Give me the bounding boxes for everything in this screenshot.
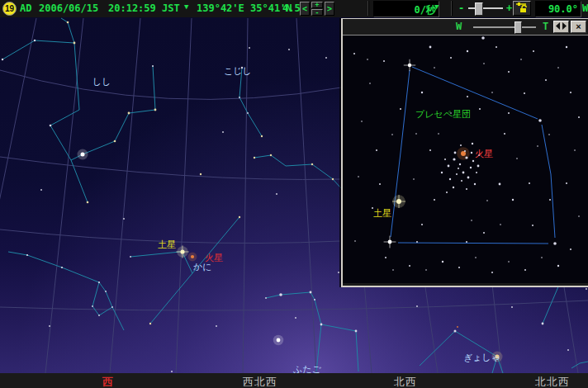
star: [466, 188, 467, 190]
star: [388, 240, 392, 244]
star: [553, 242, 557, 245]
star: [277, 338, 281, 343]
tele-label: T: [543, 21, 548, 32]
star: [154, 109, 157, 111]
star: [114, 140, 116, 143]
label-saturn-inset: 土星: [373, 208, 391, 218]
animation-speed-display: 0/秒: [373, 1, 439, 17]
star: [449, 178, 451, 180]
compass-north-northwest: 北北西: [535, 375, 570, 388]
zoom-slider-thumb[interactable]: [475, 2, 483, 16]
star: [385, 257, 386, 258]
star: [520, 59, 522, 60]
star: [578, 215, 580, 217]
star: [574, 149, 576, 151]
zoom-slider[interactable]: [468, 7, 503, 9]
star: [288, 49, 290, 50]
inset-close-button[interactable]: ×: [571, 21, 586, 33]
star: [123, 218, 125, 220]
compass-bar: 西 西北西 北西 北北西: [0, 373, 588, 388]
inset-header: W T ×: [343, 19, 588, 35]
star: [191, 255, 194, 258]
star: [472, 160, 474, 162]
star: [98, 315, 100, 316]
star: [464, 150, 466, 152]
star: [566, 46, 567, 48]
planetarium-app-window: 19 AD 2006/06/15 20:12:59 JST ▼ 139°42'E…: [0, 0, 588, 388]
star: [50, 125, 52, 127]
zoom-inset-window[interactable]: W T × プレセペ星団火星土星: [341, 18, 588, 287]
star: [408, 64, 411, 67]
zoom-out-label[interactable]: -: [458, 2, 464, 14]
speed-dropdown-icon[interactable]: ▼: [434, 2, 439, 11]
star: [441, 172, 443, 173]
star: [413, 178, 415, 180]
toolbar-separator: [451, 1, 453, 16]
star: [524, 269, 526, 271]
star: [491, 272, 493, 273]
view-lock-button[interactable]: [513, 1, 531, 16]
star: [444, 159, 446, 160]
label-auriga: ぎょしゃ: [463, 353, 500, 362]
star: [508, 261, 510, 263]
star: [434, 67, 435, 69]
star: [491, 92, 493, 93]
star: [465, 156, 467, 159]
star: [276, 193, 277, 195]
step-minus-button[interactable]: -: [311, 9, 323, 16]
star: [247, 112, 249, 114]
star: [467, 177, 470, 179]
star: [457, 326, 458, 328]
inset-map[interactable]: プレセペ星団火星土星: [343, 35, 588, 283]
star: [578, 116, 580, 118]
star: [508, 71, 510, 73]
inset-zoom-slider[interactable]: [473, 26, 536, 28]
inset-canvas: プレセペ星団火星土星: [343, 35, 588, 283]
star: [367, 59, 368, 60]
step-plus-button[interactable]: +: [311, 2, 323, 8]
star: [570, 92, 571, 93]
star: [171, 371, 173, 372]
star: [180, 249, 184, 253]
magnitude-limit-display: 4.5: [282, 2, 301, 14]
step-right-button[interactable]: >: [325, 2, 334, 16]
star: [516, 158, 518, 159]
longitude-display: 139°42'E: [197, 2, 244, 14]
zoom-in-label[interactable]: +: [506, 2, 512, 14]
step-left-button[interactable]: <: [300, 2, 310, 16]
star: [460, 144, 462, 146]
star: [499, 183, 501, 186]
star: [254, 157, 255, 159]
date-dropdown-icon[interactable]: ▼: [184, 2, 188, 11]
star: [376, 149, 377, 151]
star: [369, 83, 371, 84]
inset-resize-button[interactable]: [553, 21, 569, 33]
star: [434, 199, 435, 201]
star: [454, 330, 457, 333]
star: [557, 67, 559, 69]
clipped-label-fragment: W: [582, 2, 588, 14]
star: [2, 59, 3, 60]
label-leo-minor: こじし: [224, 66, 252, 76]
star: [355, 330, 358, 333]
star: [396, 199, 401, 204]
star: [474, 183, 476, 185]
star: [111, 306, 113, 308]
inset-zoom-slider-thumb[interactable]: [514, 21, 522, 34]
star: [239, 216, 240, 218]
star: [453, 158, 455, 160]
star: [429, 46, 432, 49]
day-badge-icon[interactable]: 19: [2, 2, 17, 16]
star: [358, 176, 359, 177]
star: [279, 293, 282, 296]
star: [512, 199, 514, 201]
star: [471, 220, 472, 221]
star: [152, 65, 154, 67]
star: [459, 163, 461, 165]
star: [314, 299, 315, 300]
star: [40, 189, 42, 191]
star: [548, 134, 550, 135]
star: [353, 53, 355, 54]
star: [409, 265, 410, 267]
star: [570, 248, 571, 250]
